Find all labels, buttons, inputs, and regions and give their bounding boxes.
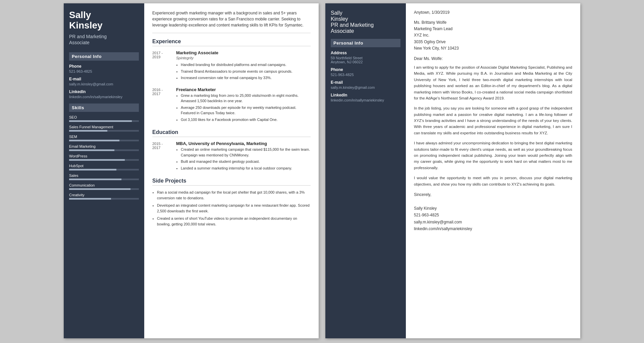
skill-name: HubSpot xyxy=(69,164,139,168)
side-projects-section: Side Projects Ran a social media ad camp… xyxy=(152,178,311,227)
skill-bar-bg xyxy=(69,149,139,151)
recipient-title: Marketing Team Lead xyxy=(414,26,572,32)
exp-content: MBA, University of Pennsylvania, Marketi… xyxy=(176,141,311,172)
skill-bar-bg xyxy=(69,169,139,170)
email-value: sally.m.kinsley@gmail.com xyxy=(69,82,139,86)
resume-main: Experienced growth marketing manager wit… xyxy=(144,3,319,338)
skill-bar-fill xyxy=(69,140,119,141)
experience-section: Experience 2017 -2019Marketing Associate… xyxy=(152,39,311,123)
education-list: 2015 -2017MBA, University of Pennsylvani… xyxy=(152,141,311,172)
resume-name: Sally Kinsley xyxy=(69,10,139,31)
resume-sidebar: Sally Kinsley PR and Marketing Associate… xyxy=(64,3,144,338)
linkedin-value: linkedin.com/in/sallymariekinsley xyxy=(69,95,139,99)
experience-item: 2015 -2017MBA, University of Pennsylvani… xyxy=(152,141,311,172)
skill-name: SEO xyxy=(69,115,139,119)
cover-sidebar: Sally Kinsley PR and Marketing Associate… xyxy=(325,3,406,338)
skill-name: Sales Funnel Management xyxy=(69,125,139,129)
phone-value: 521-963-4825 xyxy=(69,69,139,73)
skill-bar-fill xyxy=(69,149,114,151)
list-item: Handled branding for distributed platfor… xyxy=(181,62,311,68)
exp-company: Spintegrity xyxy=(176,56,311,60)
skill-name: WordPress xyxy=(69,154,139,158)
exp-title: MBA, University of Pennsylvania, Marketi… xyxy=(176,141,311,146)
recipient-address1: 3035 Ogilvy Drive xyxy=(414,39,572,45)
exp-content: Freelance MarketerGrew a marketing blog … xyxy=(176,87,311,124)
recipient-address2: New York City, NY 10423 xyxy=(414,45,572,52)
linkedin-label: LinkedIn xyxy=(69,89,139,94)
list-item: Developed an integrated content marketin… xyxy=(157,203,311,214)
list-item: Average 250 downloads per episode for my… xyxy=(181,105,311,116)
exp-bullets: Handled branding for distributed platfor… xyxy=(176,62,311,81)
skill-bar-fill xyxy=(69,159,125,161)
cover-body: I am writing to apply for the position o… xyxy=(414,64,572,187)
skill-name: Communication xyxy=(69,183,139,187)
skill-bar-bg xyxy=(69,188,139,190)
cover-email-value: sally.m.kinsley@gmail.com xyxy=(331,85,400,89)
cover-title: PR and Marketing Associate xyxy=(331,22,400,34)
exp-dates: 2015 -2017 xyxy=(152,141,171,172)
closing-linkedin: linkedin.com/in/sallymariekinsley xyxy=(414,225,572,232)
skill-bar-fill xyxy=(69,198,111,200)
exp-title: Freelance Marketer xyxy=(176,87,311,92)
skill-bar-fill xyxy=(69,188,130,190)
skill-name: Creativity xyxy=(69,193,139,197)
exp-content: Marketing AssociateSpintegrityHandled br… xyxy=(176,50,311,82)
cover-recipient: Ms. Brittany Wolfe Marketing Team Lead X… xyxy=(414,19,572,52)
exp-bullets: Created an online marketing campaign tha… xyxy=(176,147,311,171)
exp-title: Marketing Associate xyxy=(176,50,311,55)
list-item: Landed a summer marketing internship for… xyxy=(181,165,311,171)
skill-name: Email Marketing xyxy=(69,144,139,148)
experience-item: 2016 -2017Freelance MarketerGrew a marke… xyxy=(152,87,311,124)
cover-salutation: Dear Ms. Wolfe: xyxy=(414,56,572,61)
closing-name: Sally Kinsley xyxy=(414,205,572,212)
cover-paragraph: I would value the opportunity to meet wi… xyxy=(414,175,572,187)
closing-phone: 521-963-4825 xyxy=(414,212,572,218)
skill-bar-bg xyxy=(69,198,139,200)
skill-bar-fill xyxy=(69,120,132,122)
phone-label: Phone xyxy=(69,64,139,69)
list-item: Increased conversion rate for email camp… xyxy=(181,75,311,81)
side-projects-list: Ran a social media ad campaign for the l… xyxy=(152,190,311,227)
experience-title: Experience xyxy=(152,39,311,46)
recipient-company: XYZ Inc. xyxy=(414,32,572,39)
cover-linkedin-value: linkedin.com/in/sallymariekinsley xyxy=(331,98,400,102)
skill-name: Sales xyxy=(69,174,139,178)
list-item: Created a series of short YouTube videos… xyxy=(157,216,311,227)
cover-phone-value: 521-963-4825 xyxy=(331,73,400,77)
recipient-name: Ms. Brittany Wolfe xyxy=(414,19,572,26)
list-item: Trained Brand Ambassadors to promote eve… xyxy=(181,69,311,74)
list-item: Created an online marketing campaign tha… xyxy=(181,147,311,158)
skill-bar-bg xyxy=(69,120,139,122)
cover-closing: Sincerely, Sally Kinsley 521-963-4825 sa… xyxy=(414,191,572,232)
cover-address-label: Address xyxy=(331,51,400,55)
cover-paragraph: In the job listing, you say you are look… xyxy=(414,105,572,136)
cover-personal-info-heading: Personal Info xyxy=(331,39,400,47)
list-item: Ran a social media ad campaign for the l… xyxy=(157,190,311,201)
experience-list: 2017 -2019Marketing AssociateSpintegrity… xyxy=(152,50,311,123)
cover-paragraph: I have always admired your uncompromisin… xyxy=(414,140,572,171)
education-title: Education xyxy=(152,129,311,137)
cover-address-value: 59 Northfield Street Anytown, NJ 06022 xyxy=(331,56,400,64)
exp-bullets: Grew a marketing blog from zero to 25,00… xyxy=(176,93,311,123)
cover-main: Anytown, 1/30/2019 Ms. Brittany Wolfe Ma… xyxy=(406,3,580,338)
skill-name: SEM xyxy=(69,135,139,139)
skills-list: SEOSales Funnel ManagementSEMEmail Marke… xyxy=(69,115,139,200)
closing-email: sally.m.kinsley@gmail.com xyxy=(414,219,572,225)
list-item: Grew a marketing blog from zero to 25,00… xyxy=(181,93,311,104)
cover-panel: Sally Kinsley PR and Marketing Associate… xyxy=(325,3,580,338)
skill-bar-bg xyxy=(69,159,139,161)
cover-phone-label: Phone xyxy=(331,67,400,72)
exp-dates: 2017 -2019 xyxy=(152,50,171,82)
list-item: Built and managed the student geology po… xyxy=(181,159,311,164)
experience-item: 2017 -2019Marketing AssociateSpintegrity… xyxy=(152,50,311,82)
skill-bar-bg xyxy=(69,130,139,132)
skills-heading: Skills xyxy=(69,104,139,112)
exp-dates: 2016 -2017 xyxy=(152,87,171,124)
resume-title: PR and Marketing Associate xyxy=(69,33,139,46)
email-label: E-mail xyxy=(69,77,139,81)
closing-greeting: Sincerely, xyxy=(414,191,572,198)
education-section: Education 2015 -2017MBA, University of P… xyxy=(152,129,311,172)
list-item: Got 3,100 likes for a Facebook promotion… xyxy=(181,117,311,123)
side-projects-title: Side Projects xyxy=(152,178,311,186)
skill-bar-fill xyxy=(69,130,107,132)
